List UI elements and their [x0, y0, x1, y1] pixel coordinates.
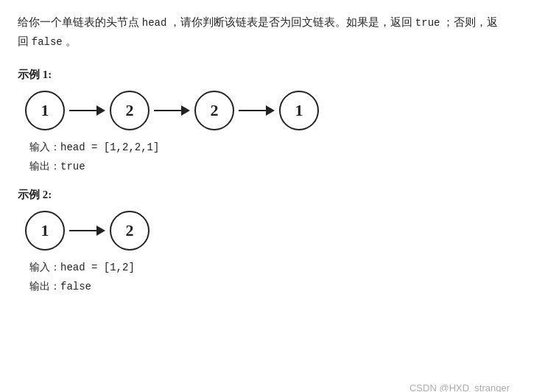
arrow-0: [69, 225, 105, 236]
node-3: 1: [279, 91, 319, 130]
example1-diagram: 1221: [25, 91, 527, 130]
example1-input-code: head = [1,2,2,1]: [60, 141, 159, 153]
example1-io: 输入：head = [1,2,2,1] 输出：true: [29, 138, 527, 176]
desc-mid: ，请你判断该链表是否为回文链表。如果是，返回: [166, 16, 415, 28]
arrow-head-2: [266, 105, 275, 116]
arrow-0: [69, 105, 105, 116]
node-1: 2: [110, 91, 150, 130]
example2-diagram: 12: [25, 211, 527, 251]
page-wrap: 给你一个单链表的头节点 head ，请你判断该链表是否为回文链表。如果是，返回 …: [18, 13, 527, 392]
arrow-head-0: [96, 225, 105, 236]
example1-input-line: 输入：head = [1,2,2,1]: [29, 138, 527, 157]
node-0: 1: [25, 91, 65, 130]
arrow-line-0: [69, 230, 97, 231]
example2-output-code: false: [60, 281, 91, 293]
watermark: CSDN @HXD_stranger: [409, 382, 510, 392]
desc-code3: false: [32, 36, 63, 48]
example2-output-line: 输出：false: [29, 277, 527, 296]
node-2: 2: [194, 91, 234, 130]
desc-code1: head: [142, 17, 167, 29]
example2-input-label: 输入：: [29, 262, 60, 273]
arrow-line-2: [239, 110, 267, 111]
arrow-head-1: [181, 105, 190, 116]
example2-output-label: 输出：: [29, 281, 60, 292]
example2-title: 示例 2:: [18, 188, 527, 202]
example2-section: 示例 2: 12 输入：head = [1,2] 输出：false: [18, 188, 527, 296]
example2-input-code: head = [1,2]: [60, 262, 135, 273]
arrow-head-0: [96, 105, 105, 116]
node-0: 1: [25, 211, 65, 251]
example1-output-code: true: [60, 161, 85, 172]
example2-input-line: 输入：head = [1,2]: [29, 258, 527, 277]
example1-input-label: 输入：: [29, 141, 60, 153]
example1-output-label: 输出：: [29, 161, 60, 172]
arrow-line-1: [154, 110, 182, 111]
arrow-2: [239, 105, 275, 116]
example1-title: 示例 1:: [18, 68, 527, 82]
arrow-line-0: [69, 110, 97, 111]
desc-suffix: 。: [63, 35, 77, 47]
example1-output-line: 输出：true: [29, 157, 527, 176]
desc-code2: true: [415, 17, 440, 29]
desc-prefix: 给你一个单链表的头节点: [18, 16, 142, 28]
arrow-1: [154, 105, 190, 116]
example2-io: 输入：head = [1,2] 输出：false: [29, 258, 527, 296]
node-1: 2: [110, 211, 150, 251]
problem-description: 给你一个单链表的头节点 head ，请你判断该链表是否为回文链表。如果是，返回 …: [18, 13, 527, 52]
